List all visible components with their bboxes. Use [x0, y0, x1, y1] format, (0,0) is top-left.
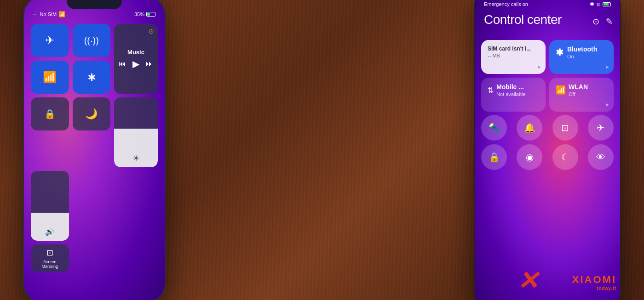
bluetooth-arrow: ▸ — [606, 63, 609, 70]
bell-icon: 🔔 — [524, 122, 535, 133]
notification-button[interactable]: 🔔 — [517, 115, 542, 141]
xiaomi-brand-name: XIAOMI — [572, 274, 616, 286]
music-title-label: Music — [127, 49, 144, 56]
xiaomi-watermark: XIAOMI today.it — [572, 274, 616, 291]
rotation-lock-tile[interactable]: 🔒 — [31, 97, 69, 130]
iphone-signal-info: ··· No SIM 📶 — [33, 11, 65, 17]
brightness-icon: ☀ — [133, 154, 139, 163]
screen-mirroring-icon: ⊡ — [46, 248, 53, 258]
lock-button[interactable]: 🔒 — [481, 144, 507, 170]
bluetooth-icon-right: ✱ — [556, 47, 564, 58]
music-controls: ⏮ ▶ ⏭ — [119, 58, 153, 69]
signal-dots-icon: ··· — [33, 12, 38, 17]
mobile-data-label: Mobile ... — [496, 83, 526, 91]
battery-percentage: 35% — [134, 11, 144, 17]
do-not-disturb-tile[interactable]: 🌙 — [73, 97, 111, 130]
xiaomi-x-decoration: ✕ — [517, 266, 538, 295]
mobile-data-icon: ⇅ — [488, 86, 494, 95]
xiaomi-control-center-grid: SIM card isn't i... -- MB ▸ ✱ Bluetooth … — [481, 40, 614, 112]
bluetooth-status-icon: ✱ — [590, 1, 594, 7]
bluetooth-tile-right[interactable]: ✱ Bluetooth On ▸ — [549, 40, 614, 74]
location-icon: ◉ — [526, 152, 534, 163]
airplay-icon: ⊙ — [149, 28, 154, 35]
xiaomi-device: Emergency calls on ✱ ⊡ Control center ⊙ … — [474, 0, 621, 300]
cellular-tile[interactable]: ((·)) — [73, 24, 111, 57]
play-icon[interactable]: ▶ — [132, 58, 139, 69]
brightness-slider[interactable]: ☀ — [114, 97, 158, 167]
sim-card-sub: -- MB — [488, 53, 539, 58]
sim-card-arrow: ▸ — [538, 63, 541, 70]
rotation-lock-icon: 🔒 — [44, 108, 56, 119]
wifi-icon-tile: 📶 — [43, 71, 57, 84]
airplane-icon-right: ✈ — [597, 122, 604, 133]
xiaomi-battery-icon — [603, 2, 611, 6]
moon-icon: 🌙 — [85, 108, 98, 120]
flashlight-icon: 🔦 — [489, 122, 500, 133]
iphone-device: ··· No SIM 📶 35% ✈ ((·)) ⊙ Music — [23, 0, 166, 300]
lock-icon: 🔒 — [489, 152, 500, 163]
signal-status-icon: ⊡ — [597, 2, 600, 7]
bluetooth-tile[interactable]: ∗ — [73, 61, 111, 94]
sim-card-tile[interactable]: SIM card isn't i... -- MB ▸ — [481, 40, 546, 74]
volume-icon: 🔊 — [45, 227, 54, 236]
screenshot-icon: ⊡ — [561, 122, 569, 133]
edit-icon[interactable]: ✎ — [606, 17, 613, 27]
bluetooth-status: On — [567, 54, 597, 59]
wlan-label: WLAN — [569, 83, 588, 91]
emergency-calls-label: Emergency calls on — [484, 1, 528, 7]
xiaomi-site-label: today.it — [597, 286, 616, 291]
wifi-icon: 📶 — [58, 11, 65, 17]
iphone-screen: ··· No SIM 📶 35% ✈ ((·)) ⊙ Music — [24, 0, 165, 300]
airplane-button-right[interactable]: ✈ — [588, 115, 614, 141]
dnd-icon: ☾ — [561, 152, 569, 163]
eye-button[interactable]: 👁 — [588, 144, 614, 170]
wlan-status: Off — [569, 91, 588, 97]
eye-icon: 👁 — [596, 152, 605, 163]
iphone-battery-info: 35% — [134, 11, 155, 17]
battery-fill — [147, 13, 150, 16]
wlan-icon: 📶 — [556, 85, 566, 95]
xiaomi-battery-fill — [604, 3, 609, 6]
mobile-data-tile[interactable]: ⇅ Mobile ... Not available — [481, 78, 546, 112]
bluetooth-label: Bluetooth — [567, 45, 597, 53]
flashlight-button[interactable]: 🔦 — [481, 115, 507, 141]
iphone-status-bar: ··· No SIM 📶 35% — [33, 11, 155, 17]
screenshot-button[interactable]: ⊡ — [552, 115, 578, 141]
sim-card-label: SIM card isn't i... — [488, 45, 539, 52]
battery-icon — [146, 12, 155, 17]
volume-slider[interactable]: 🔊 — [31, 171, 69, 241]
mobile-data-status: Not available — [496, 91, 526, 97]
wlan-tile[interactable]: 📶 WLAN Off ▸ — [549, 78, 614, 112]
quick-action-row2: 🔒 ◉ ☾ 👁 — [481, 144, 614, 170]
wlan-arrow: ▸ — [606, 101, 609, 108]
volume-fill — [31, 213, 69, 241]
wifi-tile[interactable]: 📶 — [31, 61, 69, 94]
xiaomi-screen: Emergency calls on ✱ ⊡ Control center ⊙ … — [475, 0, 620, 300]
settings-icon[interactable]: ⊙ — [592, 17, 599, 27]
iphone-notch — [67, 0, 122, 9]
bluetooth-icon-tile: ∗ — [87, 71, 96, 84]
quick-action-row1: 🔦 🔔 ⊡ ✈ — [481, 115, 614, 141]
xiaomi-status-icons: ✱ ⊡ — [590, 1, 611, 7]
cellular-icon: ((·)) — [84, 35, 99, 46]
screen-mirroring-label: ScreenMirroring — [41, 260, 58, 269]
screen-mirroring-tile[interactable]: ⊡ ScreenMirroring — [31, 244, 69, 272]
no-sim-label: No SIM — [40, 11, 57, 17]
xiaomi-status-bar: Emergency calls on ✱ ⊡ — [484, 1, 611, 7]
airplane-mode-tile[interactable]: ✈ — [31, 24, 69, 57]
prev-icon[interactable]: ⏮ — [119, 60, 126, 68]
location-button[interactable]: ◉ — [517, 144, 542, 170]
next-icon[interactable]: ⏭ — [146, 60, 153, 68]
airplane-icon: ✈ — [45, 34, 54, 47]
control-center-title: Control center — [484, 12, 562, 27]
dnd-button[interactable]: ☾ — [552, 144, 578, 170]
control-center-title-icons: ⊙ ✎ — [592, 17, 613, 27]
iphone-control-center: ✈ ((·)) ⊙ Music ⏮ ▶ ⏭ 📶 ∗ — [31, 24, 158, 272]
music-tile[interactable]: ⊙ Music ⏮ ▶ ⏭ — [114, 24, 158, 94]
